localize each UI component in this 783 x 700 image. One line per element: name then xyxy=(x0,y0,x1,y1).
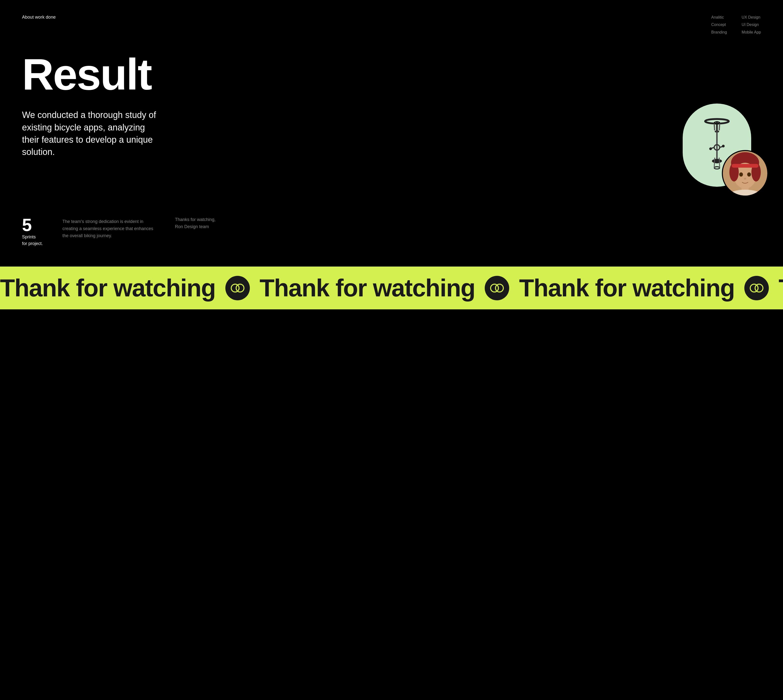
svg-rect-22 xyxy=(731,164,758,168)
nav-branding: Branding xyxy=(711,30,727,35)
logo-icon xyxy=(230,281,245,295)
thanks-line1: Thanks for watching, xyxy=(175,216,216,223)
ticker-text-4: Thank for watching xyxy=(779,274,783,302)
svg-point-7 xyxy=(714,167,720,169)
ticker-content: Thank for watching Thank for watching Th… xyxy=(0,274,783,302)
svg-point-16 xyxy=(722,145,725,147)
nav-col-1: Analitic Concept Branding xyxy=(711,15,727,35)
nav-mobile: Mobile App xyxy=(741,30,761,35)
hero-left: Result We conducted a thorough study of … xyxy=(22,55,683,158)
sprint-stat: 5 Sprints for project. xyxy=(22,216,43,247)
svg-point-15 xyxy=(709,147,712,150)
nav-analitic: Analitic xyxy=(711,15,727,20)
ticker-logo-2 xyxy=(485,276,509,300)
ticker-bar: Thank for watching Thank for watching Th… xyxy=(0,267,783,309)
svg-line-10 xyxy=(714,158,715,168)
stats-row: 5 Sprints for project. The team's strong… xyxy=(22,211,761,247)
svg-line-8 xyxy=(714,123,715,130)
svg-point-29 xyxy=(236,284,244,292)
ticker-logo-1 xyxy=(225,276,250,300)
team-dedication-text: The team's strong dedication is evident … xyxy=(62,218,155,239)
nav-ux: UX Design xyxy=(741,15,761,20)
thanks-block: Thanks for watching, Ron Design team xyxy=(175,216,216,230)
nav-concept: Concept xyxy=(711,22,727,27)
logo-icon-2 xyxy=(490,281,504,295)
nav-tags: Analitic Concept Branding UX Design UI D… xyxy=(711,15,761,35)
header-row: About work done Analitic Concept Brandin… xyxy=(22,15,761,35)
ticker-logo-3 xyxy=(744,276,769,300)
nav-ui: UI Design xyxy=(741,22,761,27)
sprint-label: Sprints for project. xyxy=(22,234,43,247)
nav-col-2: UX Design UI Design Mobile App xyxy=(741,15,761,35)
svg-line-9 xyxy=(719,123,720,130)
hero-right xyxy=(683,55,761,192)
avatar-container xyxy=(722,150,768,197)
about-label: About work done xyxy=(22,15,56,20)
sprint-number: 5 xyxy=(22,216,43,234)
svg-point-23 xyxy=(739,172,743,177)
hero-description: We conducted a thorough study of existin… xyxy=(22,109,164,158)
svg-rect-5 xyxy=(715,159,719,163)
ticker-text-1: Thank for watching xyxy=(0,274,216,302)
svg-point-24 xyxy=(747,172,751,177)
avatar-icon xyxy=(723,151,767,195)
svg-point-33 xyxy=(755,284,763,292)
ticker-text-2: Thank for watching xyxy=(260,274,475,302)
svg-point-25 xyxy=(744,178,746,180)
svg-line-11 xyxy=(719,158,720,168)
images-wrapper xyxy=(683,103,761,192)
result-title: Result xyxy=(22,55,683,94)
logo-icon-3 xyxy=(749,281,764,295)
svg-point-31 xyxy=(495,284,503,292)
main-section: About work done Analitic Concept Brandin… xyxy=(0,0,783,267)
hero-area: Result We conducted a thorough study of … xyxy=(22,55,761,192)
thanks-line2: Ron Design team xyxy=(175,223,216,230)
ticker-text-3: Thank for watching xyxy=(519,274,735,302)
